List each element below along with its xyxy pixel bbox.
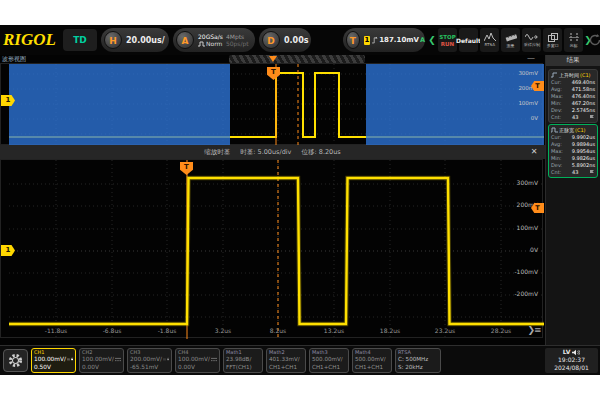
delay-control[interactable]: D 0.00s (259, 28, 311, 52)
cursor-icon (569, 33, 579, 42)
system-status-box[interactable]: LV 19:02:37 2024/08/01 (545, 348, 598, 373)
menu-expand-icon[interactable]: ❯≡ (524, 323, 544, 337)
lock-icon (167, 356, 169, 362)
zoom-close-button[interactable]: ✕ (528, 146, 540, 158)
refresh-icon[interactable] (588, 33, 600, 47)
cnt-value: 43 (572, 114, 578, 121)
math-box-math4[interactable]: Math4 500.00mV/ CH1+CH1 (352, 348, 392, 373)
dc-coupling-icon (211, 357, 217, 362)
channel-scale: 100.00mV/ (34, 355, 66, 363)
math-expression: CH1+CH1 (312, 363, 346, 371)
channel-offset: 0.50V (34, 363, 73, 371)
acquisition-knob[interactable]: A (176, 31, 194, 49)
cursor-button[interactable]: 光标 (564, 28, 583, 52)
main-plot (1, 160, 544, 339)
math-scale: 500.00mV/ (355, 355, 389, 363)
rtsa-center-freq: C: 500MHz (398, 355, 438, 363)
trigger-position-marker[interactable] (269, 56, 277, 62)
channel-box-ch3[interactable]: CH3 200.00mV/ -65.51mV (127, 348, 172, 373)
horizontal-scale-control[interactable]: H 20.00us/ (101, 28, 169, 52)
cur-value: 469.40ns (572, 79, 595, 86)
sample-control-label: 采样控制 (523, 42, 539, 47)
channel-box-ch2[interactable]: CH2 100.00mV/ 0.00V (79, 348, 124, 373)
lock-icon (71, 356, 73, 362)
default-button[interactable]: Default (459, 28, 478, 52)
overview-volt-label: 100mV (504, 100, 538, 106)
bottom-status-bar: CH1 100.00mV/ 0.50V CH2 100.00mV/ 0.00V … (0, 345, 600, 375)
trigger-level-value: 187.10mV (379, 36, 419, 44)
cursor-label: 光标 (569, 43, 577, 48)
time-label: -11.8us (38, 327, 74, 334)
math-scale: 23.98dB/ (226, 355, 260, 363)
window-minimize-button[interactable]: — (524, 55, 538, 63)
channel-scale: 100.00mV/ (178, 355, 210, 363)
zoom-offset-value: 位移: 8.20us (301, 148, 340, 157)
histogram-flag-icon[interactable] (589, 114, 595, 120)
acquisition-control[interactable]: A 20GSa/s Norm 4Mpts 50ps/pt (173, 28, 255, 52)
toolbar-collapse-arrow[interactable]: ❮ (428, 30, 436, 50)
measure-button[interactable]: 测量 (501, 28, 520, 52)
measurement-source: (C1) (580, 72, 591, 78)
time-label: 18.2us (372, 327, 408, 334)
system-date: 2024/08/01 (545, 364, 598, 372)
results-title: 结果 (546, 55, 600, 66)
delay-knob[interactable]: D (262, 31, 280, 49)
top-toolbar: RIGOL TD H 20.00us/ A 20GSa/s Norm 4Mpts… (0, 25, 600, 55)
waveform-arrow-icon (525, 33, 538, 41)
trigger-control[interactable]: T 1 187.10mV A (343, 28, 425, 52)
menu-gear-button[interactable] (3, 349, 28, 372)
unzoomed-region-left[interactable] (9, 64, 230, 146)
pulse-width-icon (551, 127, 558, 133)
zoom-window-handle[interactable] (229, 55, 365, 63)
trigger-coupling: A (420, 36, 425, 44)
channel-offset: -65.51mV (130, 363, 169, 371)
trigger-knob[interactable]: T (346, 31, 360, 49)
min-value: 467.20ns (572, 100, 595, 107)
measurement-card-rise-time[interactable]: 上升时间 (C1) Cur:469.40ns Avg:471.58ns Max:… (548, 69, 598, 123)
stop-label: STOP (439, 34, 455, 40)
stop-run-button[interactable]: STOP RUN (438, 28, 457, 52)
math-box-math1[interactable]: Math1 23.98dB/ FFT(CH1) (223, 348, 263, 373)
memory-depth: 4Mpts (226, 33, 249, 40)
time-label: 13.2us (316, 327, 352, 334)
math-scale: 401.33mV/ (269, 355, 303, 363)
time-label: 8.2us (260, 327, 296, 334)
avg-value: 9.9894us (572, 141, 595, 148)
multi-window-button[interactable]: 多窗口 (543, 28, 562, 52)
channel-box-ch1[interactable]: CH1 100.00mV/ 0.50V (31, 348, 76, 373)
oscilloscope-screen: RIGOL TD H 20.00us/ A 20GSa/s Norm 4Mpts… (0, 25, 600, 375)
sample-rate: 20GSa/s (198, 33, 223, 40)
rise-time-icon (551, 72, 558, 78)
histogram-flag-icon[interactable] (589, 169, 595, 175)
zoom-timebase-value: 时基: 5.00us/div (240, 148, 291, 157)
rtsa-span: S: 20kHz (398, 363, 438, 371)
main-volt-label: -200mV (498, 290, 538, 297)
math-box-math2[interactable]: Math2 401.33mV/ CH1+CH1 (266, 348, 306, 373)
dev-value: 2.5745ns (572, 107, 595, 114)
cnt-value: 43 (572, 169, 578, 176)
rtsa-button[interactable]: RTSA (480, 28, 499, 52)
multi-window-label: 多窗口 (546, 43, 558, 48)
waveform-view-tab[interactable]: 波形视图 (2, 55, 72, 63)
waveform-window: 波形视图 — (0, 55, 545, 345)
zoom-timebase-bar[interactable]: 缩放时基 时基: 5.00us/div 位移: 8.20us (0, 145, 545, 159)
main-grid: T 300mV 200mV 100mV 0V -100mV -200mV T 1… (0, 159, 543, 338)
math-box-math3[interactable]: Math3 500.00mV/ CH1+CH1 (309, 348, 349, 373)
horizontal-scale-value: 20.00us/ (126, 36, 165, 45)
time-label: 3.2us (205, 327, 241, 334)
trigger-source-badge: 1 (364, 36, 371, 45)
sample-control-button[interactable]: 采样控制 (522, 28, 541, 52)
sound-icon (572, 349, 580, 356)
channel-offset: 0.00V (178, 363, 217, 371)
horizontal-knob[interactable]: H (104, 31, 122, 49)
acquire-mode-icon (198, 41, 205, 47)
measure-label: 测量 (506, 43, 514, 48)
trigger-status-badge[interactable]: TD (63, 29, 97, 51)
channel-scale: 100.00mV/ (82, 355, 114, 363)
overview-grid: T 300mV 200mV 100mV 0V T 1 (0, 63, 543, 145)
rtsa-box[interactable]: RTSA C: 500MHz S: 20kHz (395, 348, 441, 373)
measurement-card-pulse-width[interactable]: 正脉宽 (C1) Cur:9.9902us Avg:9.9894us Max:9… (548, 124, 598, 178)
main-volt-label: 0V (498, 246, 538, 253)
channel-box-ch4[interactable]: CH4 100.00mV/ 0.00V (175, 348, 220, 373)
main-volt-label: -100mV (498, 268, 538, 275)
